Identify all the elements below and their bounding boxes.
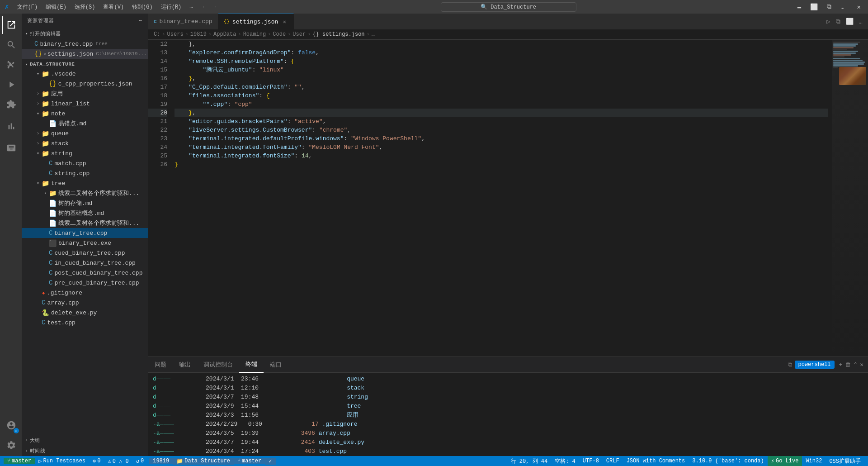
explorer-root-toggle[interactable]: ▾ DATA_STRUCTURE	[22, 60, 148, 69]
bc-code[interactable]: Code	[273, 31, 286, 38]
split-editor-button[interactable]: ⧉	[834, 17, 842, 26]
tree-match-cpp[interactable]: C match.cpp	[22, 158, 148, 168]
tree-apps-folder[interactable]: › 📁 应用	[22, 89, 148, 99]
new-terminal-icon[interactable]: +	[839, 361, 843, 368]
tab-close-button[interactable]: ✕	[281, 18, 288, 25]
tree-string-cpp[interactable]: C string.cpp	[22, 168, 148, 178]
close-editor-icon[interactable]: ✕	[44, 51, 47, 57]
more-actions[interactable]: …	[838, 2, 847, 12]
panel-tab-output[interactable]: 输出	[173, 357, 197, 373]
close-button[interactable]: ✕	[854, 2, 863, 12]
tree-tree-basics-md[interactable]: 📄 树的基础概念.md	[22, 208, 148, 218]
status-encoding[interactable]: UTF-8	[579, 458, 603, 464]
sidebar-more-icon[interactable]: ⋯	[139, 18, 142, 24]
activity-search[interactable]	[2, 36, 20, 54]
tree-tree-folder[interactable]: ▾ 📁 tree	[22, 178, 148, 188]
bc-c[interactable]: C:	[154, 31, 160, 38]
tab-binary-tree-cpp[interactable]: C binary_tree.cpp	[148, 14, 218, 29]
status-warnings[interactable]: ⚠ 0 △ 0	[104, 458, 132, 465]
status-git-info[interactable]: ⑂ master	[234, 458, 265, 464]
activity-accounts[interactable]: 2	[2, 416, 20, 434]
open-editor-binary-tree[interactable]: C binary_tree.cpp tree	[22, 39, 148, 49]
panel-tab-debug[interactable]: 调试控制台	[197, 357, 239, 373]
bc-19819[interactable]: 19819	[190, 31, 207, 38]
bc-ellipsis[interactable]: …	[372, 31, 375, 38]
tree-binary-tree-cpp[interactable]: C binary_tree.cpp	[22, 228, 148, 238]
activity-extensions[interactable]	[2, 95, 20, 114]
bc-users[interactable]: Users	[167, 31, 184, 38]
tab-settings-json[interactable]: {} settings.json ✕	[218, 14, 294, 29]
bc-roaming[interactable]: Roaming	[243, 31, 266, 38]
status-git-branch[interactable]: ⑂ master	[4, 458, 35, 464]
timeline-toggle[interactable]: › 时间线	[22, 446, 148, 456]
tree-linear-list-folder[interactable]: › 📁 linear_list	[22, 99, 148, 109]
status-line-col[interactable]: 行 20, 列 44	[507, 457, 552, 465]
menu-selection[interactable]: 选择(S)	[71, 2, 99, 12]
tree-pre-cued-binary-tree-cpp[interactable]: C pre_cued_binary_tree.cpp	[22, 278, 148, 288]
activity-source-control[interactable]	[2, 56, 20, 74]
maximize-panel-icon[interactable]: ⌃	[854, 361, 857, 368]
tree-array-cpp[interactable]: C array.cpp	[22, 298, 148, 308]
status-sync[interactable]: ↺ 0	[132, 458, 147, 465]
outline-toggle[interactable]: › 大纲	[22, 435, 148, 446]
bc-user[interactable]: User	[292, 31, 306, 38]
tree-string-folder[interactable]: ▾ 📁 string	[22, 148, 148, 158]
bc-settings-json[interactable]: {} settings.json	[312, 31, 364, 38]
status-eol[interactable]: CRLF	[603, 458, 623, 464]
status-errors[interactable]: ⊗ 0	[89, 458, 104, 465]
tree-stack-folder[interactable]: › 📁 stack	[22, 138, 148, 148]
status-go-live[interactable]: ⚡ Go Live	[768, 456, 802, 466]
tree-tree-storage-md[interactable]: 📄 树的存储.md	[22, 198, 148, 208]
tree-threaded-tree-folder[interactable]: › 📁 线索二叉树各个序求前驱和...	[22, 188, 148, 198]
split-editor[interactable]: ⧉	[824, 2, 834, 12]
tree-gitignore[interactable]: ⬥ .gitignore	[22, 288, 148, 298]
activity-charts[interactable]	[2, 117, 20, 135]
panel-tab-terminal[interactable]: 终端	[239, 357, 264, 373]
back-button[interactable]: ←	[201, 2, 208, 11]
powershell-badge[interactable]: powershell	[795, 361, 835, 369]
status-oss[interactable]: OSS扩展助手	[826, 457, 864, 465]
status-run-testcases[interactable]: ▷ Run Testcases	[35, 458, 89, 465]
menu-more[interactable]: …	[186, 2, 196, 12]
split-terminal-icon[interactable]: ⧉	[788, 361, 792, 368]
status-check[interactable]: ✓	[265, 458, 275, 465]
menu-file[interactable]: 文件(F)	[14, 2, 42, 12]
trash-terminal-icon[interactable]: 🗑	[845, 361, 851, 368]
tree-easy-mistakes-md[interactable]: 📄 易错点.md	[22, 119, 148, 128]
open-editors-toggle[interactable]: ▾ 打开的编辑器	[22, 29, 148, 39]
close-panel-icon[interactable]: ✕	[860, 361, 863, 368]
panel-tab-problems[interactable]: 问题	[148, 357, 173, 373]
more-tab-actions[interactable]: …	[857, 17, 864, 26]
tree-note-folder[interactable]: ▾ 📁 note	[22, 109, 148, 119]
tree-binary-tree-exe[interactable]: ⬛ binary_tree.exe	[22, 238, 148, 248]
menu-view[interactable]: 查看(V)	[99, 2, 127, 12]
tree-test-cpp[interactable]: C test.cpp	[22, 318, 148, 328]
tree-queue-folder[interactable]: › 📁 queue	[22, 128, 148, 138]
status-language[interactable]: JSON with Comments	[623, 458, 689, 464]
tree-threaded-tree-md[interactable]: 📄 线索二叉树各个序求前驱和...	[22, 218, 148, 228]
run-button[interactable]: ▷	[825, 17, 832, 26]
code-content[interactable]: }, "explorer.confirmDragAndDrop": false,…	[171, 40, 832, 357]
status-python[interactable]: 3.10.9 ('base': conda)	[689, 458, 767, 464]
panel-tab-ports[interactable]: 端口	[264, 357, 288, 373]
menu-goto[interactable]: 转到(G)	[128, 2, 156, 12]
activity-remote[interactable]	[2, 139, 20, 157]
status-folder[interactable]: 📁 Data_Structure	[173, 458, 234, 465]
tree-in-cued-binary-tree-cpp[interactable]: C in_cued_binary_tree.cpp	[22, 258, 148, 268]
tree-post-cued-binary-tree-cpp[interactable]: C post_cued_binary_tree.cpp	[22, 268, 148, 278]
tree-delete-exe-py[interactable]: 🐍 delete_exe.py	[22, 308, 148, 318]
maximize-button[interactable]: ⬜	[807, 2, 821, 12]
menu-edit[interactable]: 编辑(E)	[42, 2, 70, 12]
status-win32[interactable]: Win32	[802, 458, 826, 464]
bc-appdata[interactable]: AppData	[213, 31, 236, 38]
layout-button[interactable]: ⬜	[844, 17, 855, 26]
minimize-button[interactable]: ▬	[795, 2, 804, 12]
title-search[interactable]: 🔍 Data_Structure	[441, 2, 576, 12]
tree-c-cpp-properties[interactable]: {} c_cpp_properties.json	[22, 79, 148, 89]
open-editor-settings[interactable]: {} ✕ settings.json C:\Users\19819...	[22, 49, 148, 59]
activity-run-debug[interactable]	[2, 76, 20, 94]
activity-explorer[interactable]	[2, 16, 20, 34]
status-spaces[interactable]: 空格: 4	[551, 457, 579, 465]
tree-vscode-folder[interactable]: ▾ 📁 .vscode	[22, 69, 148, 79]
forward-button[interactable]: →	[210, 2, 217, 11]
